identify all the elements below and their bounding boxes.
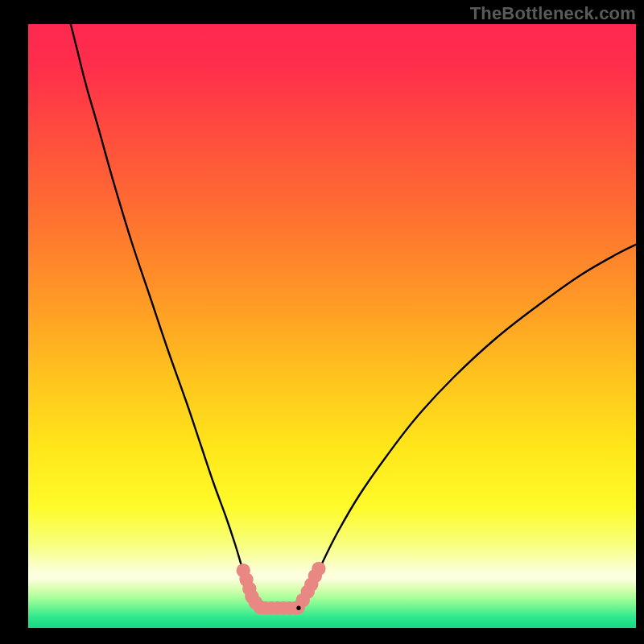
gradient-background: [28, 24, 636, 628]
trough-dot-marker: [296, 606, 300, 610]
right-highlight-marker: [312, 562, 325, 576]
watermark-text: TheBottleneck.com: [470, 3, 636, 24]
chart-svg: [28, 24, 636, 628]
plot-area: [28, 24, 636, 628]
chart-frame: TheBottleneck.com: [0, 0, 644, 644]
